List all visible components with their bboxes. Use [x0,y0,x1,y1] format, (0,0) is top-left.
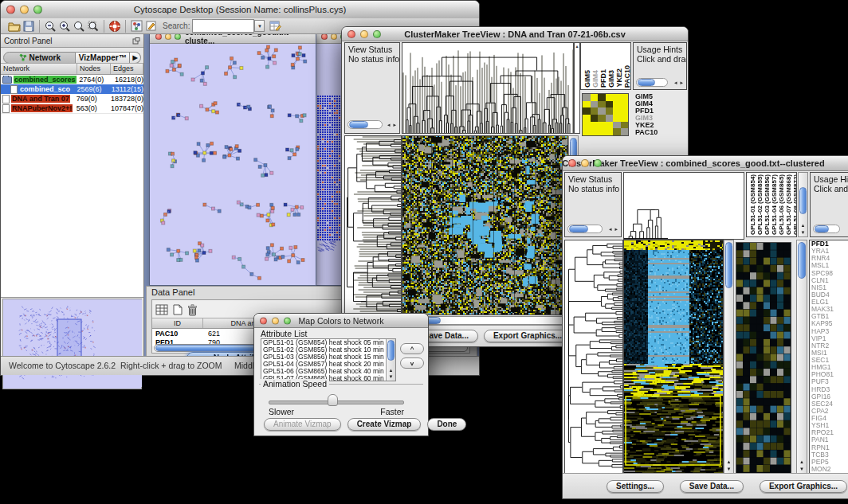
column-header-nodes[interactable]: Nodes [77,64,111,74]
float-panel-icon[interactable] [132,37,140,45]
minimize-button[interactable] [272,317,279,324]
matrix-cell[interactable] [598,122,606,129]
matrix-cell[interactable] [598,128,606,135]
column-label[interactable]: GPL51-04 (GSM857) [771,174,778,235]
column-label[interactable]: YKE2 [615,68,623,88]
matrix-cell[interactable] [606,122,614,129]
zoom-heatmap-vscrollbar[interactable]: ▲ ▼ [796,240,807,474]
zoom-button[interactable] [175,34,181,40]
matrix-cell[interactable] [613,94,621,101]
annotation-button[interactable] [143,19,158,33]
network-row-rnapuber[interactable]: RNAPuberNov2+! 563(0) 107847(0) [1,104,143,113]
move-up-button[interactable]: ^ [400,343,424,354]
scrollbar-thumb[interactable] [799,187,807,214]
scrollbar-thumb[interactable] [569,225,588,232]
zoom-button[interactable] [33,6,42,14]
tab-vizmapper[interactable]: VizMapper™ [76,52,130,64]
close-button[interactable] [568,159,576,167]
network-grid-canvas[interactable] [316,43,344,283]
move-down-button[interactable]: v [400,357,424,369]
select-attributes-icon[interactable] [155,304,168,315]
minimize-button[interactable] [581,159,589,167]
open-session-button[interactable] [7,19,22,33]
zoom-heatmap-panel[interactable] [736,242,791,474]
column-label[interactable]: PAC10 [623,65,631,88]
network-row-dna-tran[interactable]: DNA and Tran 07 769(0) 183728(0) [1,94,143,104]
matrix-cell[interactable] [598,101,606,108]
scrollbar-thumb[interactable] [387,340,395,361]
matrix-cell[interactable] [621,94,629,101]
dialog-titlebar[interactable]: Map Colors to Network [254,314,428,328]
tab-network[interactable]: Network [3,52,76,64]
network-frame-main[interactable]: combined_scores_good.txt--cluste... [149,34,316,286]
column-dendrogram-panel[interactable] [623,172,744,240]
matrix-cell[interactable] [621,128,629,135]
scroll-down-arrow[interactable]: ▼ [387,373,395,381]
usage-hints-scrollbar[interactable] [636,78,668,87]
matrix-cell[interactable] [621,115,629,122]
delete-attribute-icon[interactable] [187,304,198,316]
matrix-cell[interactable] [591,107,599,115]
heatmap-vscrollbar[interactable]: ▲ ▼ [724,240,734,474]
help-button[interactable] [108,19,122,33]
matrix-cell[interactable] [613,128,621,135]
scrollbar-thumb[interactable] [815,225,829,232]
tab-overflow-button[interactable]: ▶ [130,52,141,64]
matrix-cell[interactable] [613,122,621,129]
matrix-cell[interactable] [583,94,591,101]
column-header-network[interactable]: Network [1,64,77,74]
row-dendrogram-panel[interactable] [564,240,623,474]
matrix-cell[interactable] [598,107,606,115]
scrollbar-thumb[interactable] [798,242,806,279]
view-status-scrollbar[interactable] [347,120,383,129]
network-frame-titlebar[interactable]: combined_scores_good.txt--cluste... [150,34,316,44]
close-button[interactable] [347,30,355,38]
similarity-matrix[interactable] [582,93,629,136]
scroll-down-arrow[interactable]: ▼ [799,229,807,236]
column-label[interactable]: PFD1 [599,69,607,88]
animate-vizmap-button[interactable]: Animate Vizmap [264,418,341,431]
column-label[interactable]: GPL51-01 (GSM854) [749,174,756,235]
scrollbar-thumb[interactable] [349,121,368,128]
row-label[interactable]: MON2 [810,466,848,473]
matrix-cell[interactable] [613,115,621,122]
matrix-cell[interactable] [598,94,606,101]
matrix-cell[interactable] [598,115,606,122]
scroll-arrows[interactable]: ◂ ▸ [609,225,618,233]
matrix-cell[interactable] [606,115,614,122]
matrix-cell[interactable] [613,101,621,108]
birdseye-view[interactable] [2,299,142,389]
dendrogram-splitter[interactable]: ▴ [574,42,580,134]
scrollbar-thumb[interactable] [725,242,732,288]
search-dropdown-button[interactable]: ▼ [254,20,265,32]
scroll-down-arrow[interactable]: ▼ [797,466,807,473]
scroll-up-arrow[interactable]: ▲ [724,459,733,466]
treeview2-titlebar[interactable]: ClusterMaker TreeView : combined_scores_… [563,156,848,171]
matrix-row-label[interactable]: PAC10 [634,129,687,136]
close-button[interactable] [260,317,267,324]
matrix-cell[interactable] [591,122,599,129]
treeview1-titlebar[interactable]: ClusterMaker TreeView : DNA and Tran 07-… [342,27,688,41]
matrix-cell[interactable] [583,107,591,115]
zoom-button[interactable] [373,30,381,38]
save-session-button[interactable] [22,19,36,33]
matrix-cell[interactable] [621,107,629,115]
column-label[interactable]: GPL51-06 (GSM865) [778,174,785,235]
scroll-arrows[interactable]: ◂ ▸ [674,78,684,87]
zoom-button[interactable] [284,317,291,324]
create-vizmap-button[interactable]: Create Vizmap [347,418,422,431]
matrix-cell[interactable] [583,122,591,129]
network-row-selected[interactable]: combined_sco 2569(6) 13112(15) [1,84,143,94]
column-header-id[interactable]: ID [152,318,203,328]
minimize-button[interactable] [20,6,29,14]
done-button[interactable]: Done [427,418,466,431]
zoom-selected-button[interactable] [86,19,100,33]
minimize-button[interactable] [331,34,337,40]
view-status-scrollbar[interactable] [567,225,603,233]
usage-hints-scrollbar[interactable] [813,225,840,233]
matrix-cell[interactable] [606,94,614,101]
matrix-cell[interactable] [583,115,591,122]
matrix-cell[interactable] [591,94,599,101]
matrix-cell[interactable] [583,101,591,108]
close-button[interactable] [6,6,15,14]
